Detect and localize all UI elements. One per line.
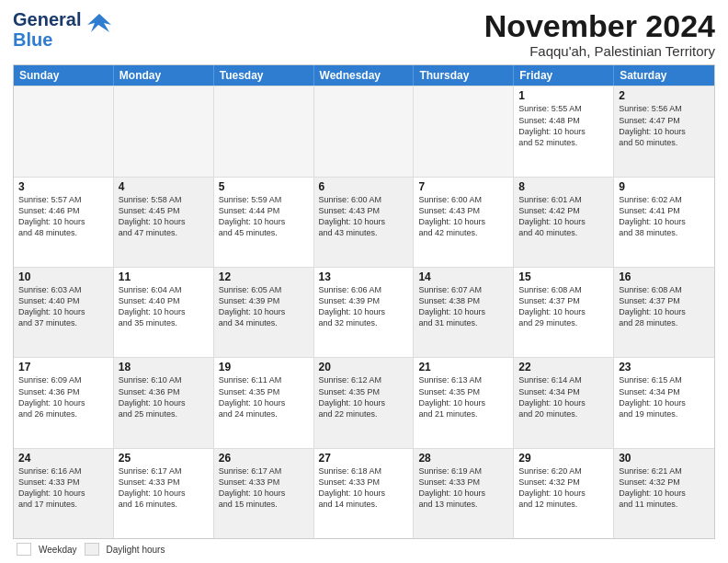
day-number: 24 xyxy=(18,452,108,465)
calendar-cell xyxy=(314,86,415,176)
day-info: Sunrise: 6:00 AM Sunset: 4:43 PM Dayligh… xyxy=(319,194,409,239)
calendar-body: 1Sunrise: 5:55 AM Sunset: 4:48 PM Daylig… xyxy=(14,86,714,538)
day-info: Sunrise: 5:57 AM Sunset: 4:46 PM Dayligh… xyxy=(18,194,108,239)
day-number: 23 xyxy=(619,361,710,373)
day-number: 26 xyxy=(219,452,309,465)
day-number: 13 xyxy=(319,270,409,283)
calendar-cell: 18Sunrise: 6:10 AM Sunset: 4:36 PM Dayli… xyxy=(114,358,214,447)
calendar-cell: 12Sunrise: 6:05 AM Sunset: 4:39 PM Dayli… xyxy=(214,268,314,357)
calendar-cell: 13Sunrise: 6:06 AM Sunset: 4:39 PM Dayli… xyxy=(314,268,415,357)
calendar-week-1: 1Sunrise: 5:55 AM Sunset: 4:48 PM Daylig… xyxy=(14,86,714,176)
calendar-cell: 16Sunrise: 6:08 AM Sunset: 4:37 PM Dayli… xyxy=(614,268,714,357)
col-saturday: Saturday xyxy=(614,65,714,86)
calendar-cell: 22Sunrise: 6:14 AM Sunset: 4:34 PM Dayli… xyxy=(514,358,614,447)
day-info: Sunrise: 6:09 AM Sunset: 4:36 PM Dayligh… xyxy=(18,374,108,419)
day-number: 7 xyxy=(418,180,508,193)
logo-bird-icon xyxy=(85,12,113,43)
calendar-cell: 26Sunrise: 6:17 AM Sunset: 4:33 PM Dayli… xyxy=(214,449,314,538)
calendar-header: Sunday Monday Tuesday Wednesday Thursday… xyxy=(14,65,714,86)
day-number: 22 xyxy=(518,361,609,373)
day-info: Sunrise: 6:05 AM Sunset: 4:39 PM Dayligh… xyxy=(219,284,309,329)
col-monday: Monday xyxy=(114,65,214,86)
day-number: 21 xyxy=(418,361,508,373)
day-info: Sunrise: 6:11 AM Sunset: 4:35 PM Dayligh… xyxy=(219,374,309,419)
calendar-cell: 1Sunrise: 5:55 AM Sunset: 4:48 PM Daylig… xyxy=(514,86,614,176)
day-number: 3 xyxy=(18,180,108,193)
legend-dark-label: Daylight hours xyxy=(107,545,165,555)
calendar-cell: 14Sunrise: 6:07 AM Sunset: 4:38 PM Dayli… xyxy=(414,268,514,357)
calendar-cell: 20Sunrise: 6:12 AM Sunset: 4:35 PM Dayli… xyxy=(314,358,415,447)
calendar-cell: 10Sunrise: 6:03 AM Sunset: 4:40 PM Dayli… xyxy=(14,268,114,357)
calendar-week-2: 3Sunrise: 5:57 AM Sunset: 4:46 PM Daylig… xyxy=(14,177,714,267)
day-info: Sunrise: 6:13 AM Sunset: 4:35 PM Dayligh… xyxy=(418,374,508,419)
logo: General Blue xyxy=(13,9,113,50)
legend-dark-box xyxy=(85,543,99,556)
col-wednesday: Wednesday xyxy=(314,65,415,86)
calendar-week-3: 10Sunrise: 6:03 AM Sunset: 4:40 PM Dayli… xyxy=(14,267,714,357)
calendar-cell: 29Sunrise: 6:20 AM Sunset: 4:32 PM Dayli… xyxy=(514,449,614,538)
calendar: Sunday Monday Tuesday Wednesday Thursday… xyxy=(13,64,715,539)
title-block: November 2024 Faqqu'ah, Palestinian Terr… xyxy=(484,9,715,59)
calendar-cell: 30Sunrise: 6:21 AM Sunset: 4:32 PM Dayli… xyxy=(614,449,714,538)
day-number: 17 xyxy=(18,361,108,373)
day-info: Sunrise: 6:06 AM Sunset: 4:39 PM Dayligh… xyxy=(319,284,409,329)
calendar-cell: 4Sunrise: 5:58 AM Sunset: 4:45 PM Daylig… xyxy=(114,178,214,267)
day-number: 28 xyxy=(418,452,508,465)
day-info: Sunrise: 6:19 AM Sunset: 4:33 PM Dayligh… xyxy=(418,465,508,511)
day-info: Sunrise: 6:07 AM Sunset: 4:38 PM Dayligh… xyxy=(418,284,508,329)
day-info: Sunrise: 6:14 AM Sunset: 4:34 PM Dayligh… xyxy=(518,374,609,419)
day-info: Sunrise: 6:01 AM Sunset: 4:42 PM Dayligh… xyxy=(518,194,609,239)
calendar-cell xyxy=(14,86,114,176)
day-number: 5 xyxy=(219,180,309,193)
calendar-cell: 25Sunrise: 6:17 AM Sunset: 4:33 PM Dayli… xyxy=(114,449,214,538)
calendar-cell: 19Sunrise: 6:11 AM Sunset: 4:35 PM Dayli… xyxy=(214,358,314,447)
day-number: 25 xyxy=(119,452,209,465)
day-number: 16 xyxy=(619,270,710,283)
day-info: Sunrise: 6:08 AM Sunset: 4:37 PM Dayligh… xyxy=(619,284,710,329)
day-info: Sunrise: 5:59 AM Sunset: 4:44 PM Dayligh… xyxy=(219,194,309,239)
day-info: Sunrise: 5:56 AM Sunset: 4:47 PM Dayligh… xyxy=(619,103,710,148)
day-number: 18 xyxy=(119,361,209,373)
day-info: Sunrise: 6:15 AM Sunset: 4:34 PM Dayligh… xyxy=(619,374,710,419)
calendar-cell: 8Sunrise: 6:01 AM Sunset: 4:42 PM Daylig… xyxy=(514,178,614,267)
day-number: 1 xyxy=(518,89,609,102)
day-number: 19 xyxy=(219,361,309,373)
day-info: Sunrise: 6:17 AM Sunset: 4:33 PM Dayligh… xyxy=(219,465,309,511)
day-number: 2 xyxy=(619,89,710,102)
day-info: Sunrise: 5:55 AM Sunset: 4:48 PM Dayligh… xyxy=(518,103,609,148)
calendar-cell: 24Sunrise: 6:16 AM Sunset: 4:33 PM Dayli… xyxy=(14,449,114,538)
col-sunday: Sunday xyxy=(14,65,114,86)
day-number: 11 xyxy=(119,270,209,283)
day-info: Sunrise: 6:04 AM Sunset: 4:40 PM Dayligh… xyxy=(119,284,209,329)
legend-light-label: Weekday xyxy=(39,545,77,555)
calendar-cell xyxy=(214,86,314,176)
day-number: 30 xyxy=(619,452,710,465)
day-number: 10 xyxy=(18,270,108,283)
page: General Blue November 2024 Faqqu'ah, Pal… xyxy=(0,0,728,563)
col-thursday: Thursday xyxy=(414,65,514,86)
day-info: Sunrise: 6:10 AM Sunset: 4:36 PM Dayligh… xyxy=(119,374,209,419)
page-subtitle: Faqqu'ah, Palestinian Territory xyxy=(484,43,715,59)
day-info: Sunrise: 6:00 AM Sunset: 4:43 PM Dayligh… xyxy=(418,194,508,239)
col-friday: Friday xyxy=(514,65,614,86)
page-title: November 2024 xyxy=(484,9,715,43)
calendar-cell: 6Sunrise: 6:00 AM Sunset: 4:43 PM Daylig… xyxy=(314,178,415,267)
calendar-cell: 2Sunrise: 5:56 AM Sunset: 4:47 PM Daylig… xyxy=(614,86,714,176)
day-info: Sunrise: 6:03 AM Sunset: 4:40 PM Dayligh… xyxy=(18,284,108,329)
day-number: 6 xyxy=(319,180,409,193)
day-info: Sunrise: 6:21 AM Sunset: 4:32 PM Dayligh… xyxy=(619,465,710,511)
day-info: Sunrise: 6:18 AM Sunset: 4:33 PM Dayligh… xyxy=(319,465,409,511)
day-number: 12 xyxy=(219,270,309,283)
day-number: 15 xyxy=(518,270,609,283)
calendar-week-4: 17Sunrise: 6:09 AM Sunset: 4:36 PM Dayli… xyxy=(14,357,714,447)
calendar-cell xyxy=(414,86,514,176)
day-info: Sunrise: 6:08 AM Sunset: 4:37 PM Dayligh… xyxy=(518,284,609,329)
day-number: 14 xyxy=(418,270,508,283)
col-tuesday: Tuesday xyxy=(214,65,314,86)
day-number: 20 xyxy=(319,361,409,373)
calendar-cell xyxy=(114,86,214,176)
day-info: Sunrise: 6:17 AM Sunset: 4:33 PM Dayligh… xyxy=(119,465,209,511)
legend: Weekday Daylight hours xyxy=(13,543,715,556)
legend-light-box xyxy=(17,543,31,556)
calendar-cell: 27Sunrise: 6:18 AM Sunset: 4:33 PM Dayli… xyxy=(314,449,415,538)
